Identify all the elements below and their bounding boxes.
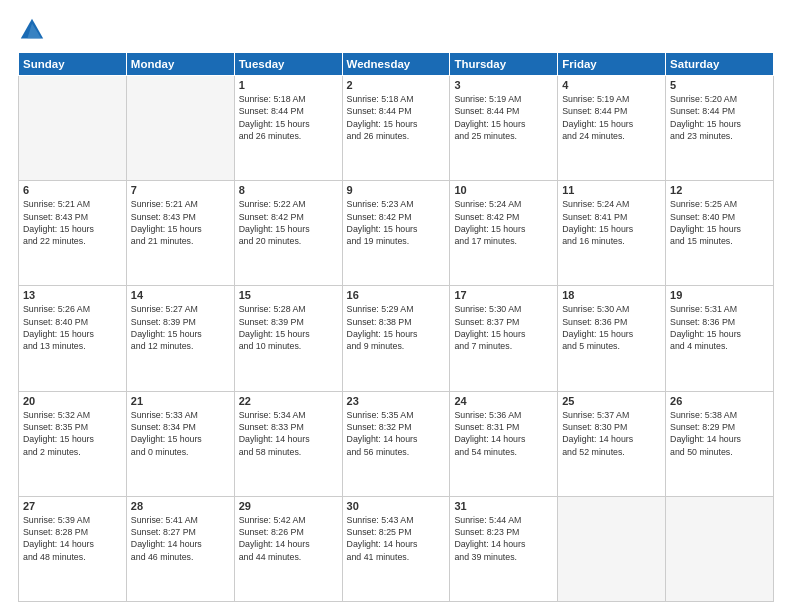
day-info: Sunrise: 5:22 AM Sunset: 8:42 PM Dayligh… [239, 198, 338, 247]
day-cell [126, 76, 234, 181]
day-info: Sunrise: 5:34 AM Sunset: 8:33 PM Dayligh… [239, 409, 338, 458]
day-cell: 8Sunrise: 5:22 AM Sunset: 8:42 PM Daylig… [234, 181, 342, 286]
day-info: Sunrise: 5:18 AM Sunset: 8:44 PM Dayligh… [239, 93, 338, 142]
day-number: 16 [347, 289, 446, 301]
day-cell: 30Sunrise: 5:43 AM Sunset: 8:25 PM Dayli… [342, 496, 450, 601]
day-cell: 13Sunrise: 5:26 AM Sunset: 8:40 PM Dayli… [19, 286, 127, 391]
week-row-3: 20Sunrise: 5:32 AM Sunset: 8:35 PM Dayli… [19, 391, 774, 496]
day-number: 24 [454, 395, 553, 407]
day-number: 10 [454, 184, 553, 196]
day-number: 3 [454, 79, 553, 91]
day-info: Sunrise: 5:24 AM Sunset: 8:41 PM Dayligh… [562, 198, 661, 247]
day-info: Sunrise: 5:28 AM Sunset: 8:39 PM Dayligh… [239, 303, 338, 352]
day-info: Sunrise: 5:21 AM Sunset: 8:43 PM Dayligh… [23, 198, 122, 247]
day-cell: 31Sunrise: 5:44 AM Sunset: 8:23 PM Dayli… [450, 496, 558, 601]
day-info: Sunrise: 5:21 AM Sunset: 8:43 PM Dayligh… [131, 198, 230, 247]
day-number: 31 [454, 500, 553, 512]
day-number: 13 [23, 289, 122, 301]
day-info: Sunrise: 5:30 AM Sunset: 8:36 PM Dayligh… [562, 303, 661, 352]
day-cell: 29Sunrise: 5:42 AM Sunset: 8:26 PM Dayli… [234, 496, 342, 601]
day-cell: 2Sunrise: 5:18 AM Sunset: 8:44 PM Daylig… [342, 76, 450, 181]
day-cell: 18Sunrise: 5:30 AM Sunset: 8:36 PM Dayli… [558, 286, 666, 391]
week-row-0: 1Sunrise: 5:18 AM Sunset: 8:44 PM Daylig… [19, 76, 774, 181]
day-cell: 23Sunrise: 5:35 AM Sunset: 8:32 PM Dayli… [342, 391, 450, 496]
day-number: 27 [23, 500, 122, 512]
day-cell: 6Sunrise: 5:21 AM Sunset: 8:43 PM Daylig… [19, 181, 127, 286]
day-info: Sunrise: 5:31 AM Sunset: 8:36 PM Dayligh… [670, 303, 769, 352]
day-number: 28 [131, 500, 230, 512]
day-number: 17 [454, 289, 553, 301]
day-number: 21 [131, 395, 230, 407]
logo [18, 16, 48, 44]
header [18, 16, 774, 44]
day-number: 30 [347, 500, 446, 512]
day-number: 15 [239, 289, 338, 301]
weekday-header-saturday: Saturday [666, 53, 774, 76]
day-cell: 15Sunrise: 5:28 AM Sunset: 8:39 PM Dayli… [234, 286, 342, 391]
weekday-header-thursday: Thursday [450, 53, 558, 76]
day-number: 22 [239, 395, 338, 407]
day-info: Sunrise: 5:38 AM Sunset: 8:29 PM Dayligh… [670, 409, 769, 458]
day-info: Sunrise: 5:32 AM Sunset: 8:35 PM Dayligh… [23, 409, 122, 458]
day-cell: 22Sunrise: 5:34 AM Sunset: 8:33 PM Dayli… [234, 391, 342, 496]
day-info: Sunrise: 5:19 AM Sunset: 8:44 PM Dayligh… [454, 93, 553, 142]
day-number: 7 [131, 184, 230, 196]
day-number: 12 [670, 184, 769, 196]
day-info: Sunrise: 5:36 AM Sunset: 8:31 PM Dayligh… [454, 409, 553, 458]
weekday-header-friday: Friday [558, 53, 666, 76]
day-info: Sunrise: 5:42 AM Sunset: 8:26 PM Dayligh… [239, 514, 338, 563]
day-number: 6 [23, 184, 122, 196]
day-info: Sunrise: 5:18 AM Sunset: 8:44 PM Dayligh… [347, 93, 446, 142]
day-info: Sunrise: 5:30 AM Sunset: 8:37 PM Dayligh… [454, 303, 553, 352]
day-info: Sunrise: 5:41 AM Sunset: 8:27 PM Dayligh… [131, 514, 230, 563]
day-info: Sunrise: 5:19 AM Sunset: 8:44 PM Dayligh… [562, 93, 661, 142]
day-info: Sunrise: 5:29 AM Sunset: 8:38 PM Dayligh… [347, 303, 446, 352]
day-number: 20 [23, 395, 122, 407]
day-cell: 7Sunrise: 5:21 AM Sunset: 8:43 PM Daylig… [126, 181, 234, 286]
day-number: 1 [239, 79, 338, 91]
day-info: Sunrise: 5:43 AM Sunset: 8:25 PM Dayligh… [347, 514, 446, 563]
day-number: 9 [347, 184, 446, 196]
day-number: 23 [347, 395, 446, 407]
day-cell [19, 76, 127, 181]
day-info: Sunrise: 5:37 AM Sunset: 8:30 PM Dayligh… [562, 409, 661, 458]
day-number: 14 [131, 289, 230, 301]
weekday-header-sunday: Sunday [19, 53, 127, 76]
day-cell: 19Sunrise: 5:31 AM Sunset: 8:36 PM Dayli… [666, 286, 774, 391]
day-info: Sunrise: 5:20 AM Sunset: 8:44 PM Dayligh… [670, 93, 769, 142]
day-info: Sunrise: 5:26 AM Sunset: 8:40 PM Dayligh… [23, 303, 122, 352]
day-info: Sunrise: 5:39 AM Sunset: 8:28 PM Dayligh… [23, 514, 122, 563]
day-cell: 27Sunrise: 5:39 AM Sunset: 8:28 PM Dayli… [19, 496, 127, 601]
day-number: 29 [239, 500, 338, 512]
calendar: SundayMondayTuesdayWednesdayThursdayFrid… [18, 52, 774, 602]
day-cell: 9Sunrise: 5:23 AM Sunset: 8:42 PM Daylig… [342, 181, 450, 286]
day-number: 5 [670, 79, 769, 91]
day-info: Sunrise: 5:27 AM Sunset: 8:39 PM Dayligh… [131, 303, 230, 352]
day-info: Sunrise: 5:33 AM Sunset: 8:34 PM Dayligh… [131, 409, 230, 458]
day-cell: 1Sunrise: 5:18 AM Sunset: 8:44 PM Daylig… [234, 76, 342, 181]
day-cell: 10Sunrise: 5:24 AM Sunset: 8:42 PM Dayli… [450, 181, 558, 286]
day-cell: 26Sunrise: 5:38 AM Sunset: 8:29 PM Dayli… [666, 391, 774, 496]
week-row-1: 6Sunrise: 5:21 AM Sunset: 8:43 PM Daylig… [19, 181, 774, 286]
day-cell: 16Sunrise: 5:29 AM Sunset: 8:38 PM Dayli… [342, 286, 450, 391]
day-cell: 4Sunrise: 5:19 AM Sunset: 8:44 PM Daylig… [558, 76, 666, 181]
day-info: Sunrise: 5:23 AM Sunset: 8:42 PM Dayligh… [347, 198, 446, 247]
week-row-4: 27Sunrise: 5:39 AM Sunset: 8:28 PM Dayli… [19, 496, 774, 601]
day-info: Sunrise: 5:44 AM Sunset: 8:23 PM Dayligh… [454, 514, 553, 563]
day-cell: 17Sunrise: 5:30 AM Sunset: 8:37 PM Dayli… [450, 286, 558, 391]
day-cell: 12Sunrise: 5:25 AM Sunset: 8:40 PM Dayli… [666, 181, 774, 286]
week-row-2: 13Sunrise: 5:26 AM Sunset: 8:40 PM Dayli… [19, 286, 774, 391]
weekday-header-tuesday: Tuesday [234, 53, 342, 76]
day-cell: 21Sunrise: 5:33 AM Sunset: 8:34 PM Dayli… [126, 391, 234, 496]
day-cell: 25Sunrise: 5:37 AM Sunset: 8:30 PM Dayli… [558, 391, 666, 496]
day-cell: 24Sunrise: 5:36 AM Sunset: 8:31 PM Dayli… [450, 391, 558, 496]
day-cell [558, 496, 666, 601]
day-cell: 5Sunrise: 5:20 AM Sunset: 8:44 PM Daylig… [666, 76, 774, 181]
day-number: 11 [562, 184, 661, 196]
day-number: 26 [670, 395, 769, 407]
day-number: 8 [239, 184, 338, 196]
day-cell [666, 496, 774, 601]
day-info: Sunrise: 5:25 AM Sunset: 8:40 PM Dayligh… [670, 198, 769, 247]
day-cell: 3Sunrise: 5:19 AM Sunset: 8:44 PM Daylig… [450, 76, 558, 181]
weekday-header-row: SundayMondayTuesdayWednesdayThursdayFrid… [19, 53, 774, 76]
